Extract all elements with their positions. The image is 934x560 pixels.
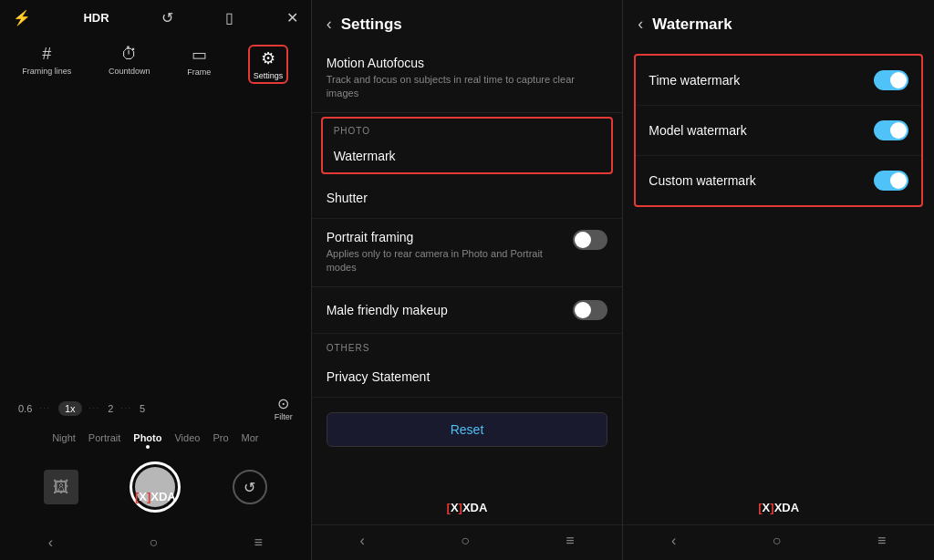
framing-lines-icon: # bbox=[42, 45, 51, 64]
zoom-dots-2: ··· bbox=[89, 404, 101, 412]
male-makeup-label: Male friendly makeup bbox=[327, 303, 448, 317]
settings-icon: ⚙ bbox=[261, 48, 275, 68]
watermark-setting-item[interactable]: Watermark bbox=[323, 140, 612, 172]
settings-nav-menu[interactable]: ≡ bbox=[566, 533, 574, 549]
settings-nav-back[interactable]: ‹ bbox=[359, 533, 364, 549]
mode-bar: Night Portrait Photo Video Pro Mor bbox=[0, 427, 311, 452]
time-watermark-label: Time watermark bbox=[649, 73, 740, 88]
filter-btn[interactable]: ⊙ Filter bbox=[275, 395, 293, 421]
xda-da: XDA bbox=[150, 490, 175, 503]
shutter-item[interactable]: Shutter bbox=[312, 178, 623, 219]
countdown-icon: ⏱ bbox=[121, 45, 138, 64]
model-watermark-label: Model watermark bbox=[649, 123, 746, 138]
cam-nav-home[interactable]: ○ bbox=[149, 534, 158, 551]
xda-w-x: X bbox=[763, 501, 771, 514]
zoom-dots-3: ··· bbox=[120, 404, 132, 412]
portrait-framing-toggle[interactable] bbox=[573, 230, 607, 250]
settings-label: Settings bbox=[254, 71, 284, 80]
watermark-panel: ‹ Watermark Time watermark Model waterma… bbox=[623, 0, 934, 560]
zoom-5[interactable]: 5 bbox=[140, 403, 145, 414]
xda-w-da: XDA bbox=[774, 501, 799, 514]
watermark-nav-menu[interactable]: ≡ bbox=[877, 533, 886, 549]
photo-section-box: PHOTO Watermark bbox=[321, 117, 614, 174]
portrait-framing-sub: Applies only to rear camera in Photo and… bbox=[327, 247, 574, 275]
male-makeup-item[interactable]: Male friendly makeup bbox=[312, 287, 623, 334]
camera-toolbar: # Framing lines ⏱ Countdown ▭ Frame ⚙ Se… bbox=[0, 36, 311, 88]
filter-label: Filter bbox=[275, 412, 293, 421]
model-watermark-row[interactable]: Model watermark bbox=[636, 106, 921, 156]
male-makeup-toggle[interactable] bbox=[573, 300, 607, 320]
zoom-06[interactable]: 0.6 bbox=[18, 403, 32, 414]
motion-autofocus-item[interactable]: Motion Autofocus Track and focus on subj… bbox=[312, 45, 623, 113]
mode-active-dot bbox=[146, 445, 150, 449]
settings-btn[interactable]: ⚙ Settings bbox=[248, 45, 289, 84]
reset-btn[interactable]: Reset bbox=[327, 412, 608, 447]
watermark-spacer bbox=[623, 216, 934, 524]
custom-watermark-label: Custom watermark bbox=[649, 173, 755, 188]
aspect-icon[interactable]: ▯ bbox=[225, 9, 234, 26]
watermark-bottom-nav: ‹ ○ ≡ bbox=[623, 524, 934, 560]
shutter-label: Shutter bbox=[327, 191, 368, 205]
mode-portrait[interactable]: Portrait bbox=[88, 432, 120, 449]
flip-icon: ↺ bbox=[244, 479, 255, 496]
zoom-dots-1: ··· bbox=[39, 404, 51, 412]
others-section-label: OTHERS bbox=[312, 334, 623, 357]
zoom-2[interactable]: 2 bbox=[108, 403, 113, 414]
privacy-item[interactable]: Privacy Statement bbox=[312, 357, 623, 398]
flash-off-icon[interactable]: ⚡ bbox=[13, 9, 31, 26]
xda-text: X bbox=[139, 490, 147, 503]
settings-bottom-nav: ‹ ○ ≡ bbox=[312, 524, 623, 560]
portrait-framing-title: Portrait framing bbox=[327, 230, 574, 244]
watermark-options-box: Time watermark Model watermark Custom wa… bbox=[634, 54, 923, 207]
settings-panel: ‹ Settings Motion Autofocus Track and fo… bbox=[312, 0, 624, 560]
mode-video[interactable]: Video bbox=[174, 432, 200, 449]
zoom-row: 0.6 ··· 1x ··· 2 ··· 5 ⊙ Filter bbox=[0, 395, 311, 427]
model-watermark-toggle[interactable] bbox=[874, 120, 908, 140]
portrait-framing-item[interactable]: Portrait framing Applies only to rear ca… bbox=[312, 219, 623, 287]
cam-nav-back[interactable]: ‹ bbox=[48, 534, 53, 551]
timer-icon[interactable]: ↺ bbox=[161, 9, 173, 26]
settings-back-btn[interactable]: ‹ bbox=[327, 15, 332, 34]
thumbnail-btn[interactable]: 🖼 bbox=[44, 470, 78, 504]
frame-btn[interactable]: ▭ Frame bbox=[187, 45, 211, 84]
thumbnail-icon: 🖼 bbox=[53, 478, 69, 497]
motion-autofocus-sub: Track and focus on subjects in real time… bbox=[327, 73, 608, 101]
zoom-1x[interactable]: 1x bbox=[58, 401, 82, 416]
frame-label: Frame bbox=[187, 67, 211, 77]
camera-panel: ⚡ HDR ↺ ▯ ✕ # Framing lines ⏱ Countdown … bbox=[0, 0, 312, 560]
time-watermark-row[interactable]: Time watermark bbox=[636, 56, 921, 106]
xda-s-x: X bbox=[451, 501, 459, 514]
privacy-label: Privacy Statement bbox=[327, 369, 431, 384]
camera-viewfinder bbox=[0, 88, 311, 395]
cam-nav-menu[interactable]: ≡ bbox=[254, 534, 263, 551]
custom-watermark-row[interactable]: Custom watermark bbox=[636, 156, 921, 205]
settings-header: ‹ Settings bbox=[312, 0, 623, 45]
watermark-setting-label: Watermark bbox=[334, 149, 396, 163]
filter-icon: ⊙ bbox=[277, 395, 289, 412]
camera-top-bar: ⚡ HDR ↺ ▯ ✕ bbox=[0, 0, 311, 36]
shutter-btn[interactable] bbox=[130, 461, 181, 513]
settings-title: Settings bbox=[341, 16, 402, 34]
hdr-label[interactable]: HDR bbox=[83, 11, 109, 25]
flip-camera-btn[interactable]: ↺ bbox=[233, 470, 267, 504]
watermark-nav-back[interactable]: ‹ bbox=[671, 533, 676, 549]
countdown-btn[interactable]: ⏱ Countdown bbox=[109, 45, 150, 84]
time-watermark-toggle[interactable] bbox=[874, 70, 908, 90]
mode-pro[interactable]: Pro bbox=[213, 432, 228, 449]
photo-section-label: PHOTO bbox=[323, 119, 612, 140]
mode-more[interactable]: Mor bbox=[242, 432, 259, 449]
xda-logo-watermark: [X]XDA bbox=[758, 501, 799, 514]
xda-s-da: XDA bbox=[462, 501, 487, 514]
framing-lines-label: Framing lines bbox=[22, 67, 71, 76]
framing-lines-btn[interactable]: # Framing lines bbox=[22, 45, 71, 84]
mode-photo[interactable]: Photo bbox=[133, 432, 161, 443]
watermark-header: ‹ Watermark bbox=[623, 0, 934, 45]
custom-watermark-toggle[interactable] bbox=[874, 171, 908, 191]
watermark-nav-home[interactable]: ○ bbox=[773, 533, 782, 549]
mode-night[interactable]: Night bbox=[52, 432, 76, 449]
settings-nav-home[interactable]: ○ bbox=[461, 533, 470, 549]
watermark-back-btn[interactable]: ‹ bbox=[638, 15, 643, 34]
countdown-label: Countdown bbox=[109, 67, 150, 76]
camera-bottom-nav: ‹ ○ ≡ bbox=[0, 531, 311, 560]
close-icon[interactable]: ✕ bbox=[286, 9, 298, 26]
